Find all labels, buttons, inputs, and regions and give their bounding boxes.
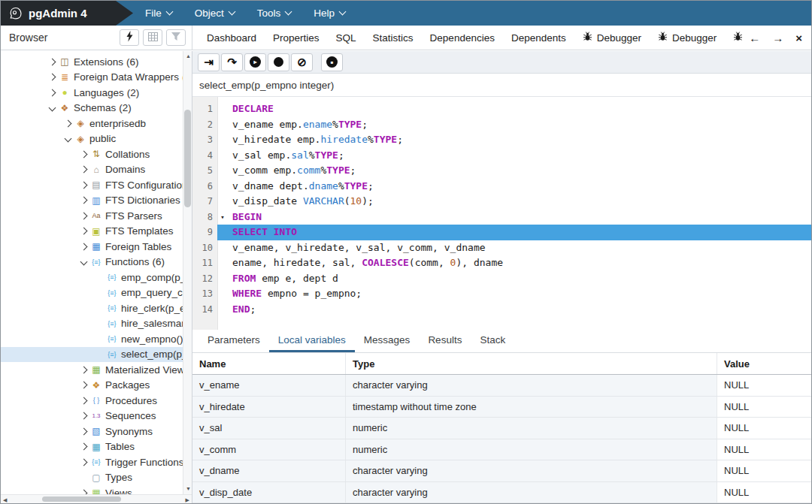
chevron-right-icon[interactable] (77, 183, 89, 188)
tree-item-hire-salesman[interactable]: {≡}hire_salesman( (1, 316, 183, 332)
line-number[interactable]: 5 (192, 163, 217, 179)
line-number[interactable]: 12 (192, 271, 217, 287)
tree-item-emp-query-cal[interactable]: {≡}emp_query_cal (1, 285, 183, 301)
tree-item-foreign-tables[interactable]: ▦Foreign Tables (1, 239, 183, 255)
tab-scroll-forward-icon[interactable]: → (772, 32, 783, 44)
tab-dependencies[interactable]: Dependencies (422, 26, 503, 50)
tree-item-domains[interactable]: ⌂Domains (1, 162, 183, 178)
chevron-right-icon[interactable] (77, 367, 89, 373)
editor-line-6[interactable]: 6v_dname dept.dname%TYPE; (192, 179, 811, 195)
tree-item-fts-dictionaries[interactable]: ▥FTS Dictionaries (1, 193, 183, 209)
tree-item-trigger-functions[interactable]: {≡}Trigger Functions (1, 454, 183, 470)
step-into-button[interactable]: ⇥ (198, 53, 220, 71)
chevron-right-icon[interactable] (46, 59, 58, 65)
scroll-left-icon[interactable]: ◀ (3, 496, 7, 503)
chevron-down-icon[interactable] (46, 105, 58, 110)
tree-item-languages[interactable]: ●Languages(2) (1, 85, 183, 101)
tab-scroll-back-icon[interactable]: ← (749, 32, 760, 44)
tree-item-hire-clerk-p-en[interactable]: {≡}hire_clerk(p_en (1, 300, 183, 316)
fold-marker-icon[interactable]: ▾ (217, 210, 228, 225)
chevron-right-icon[interactable] (46, 74, 58, 80)
chevron-right-icon[interactable] (77, 460, 89, 465)
editor-line-13[interactable]: 13WHERE empno = p_empno; (192, 286, 811, 302)
variable-value-cell[interactable]: NULL (717, 375, 811, 396)
tab-debugger-1[interactable]: Debugger (574, 26, 650, 50)
vertical-scroll-thumb[interactable] (184, 110, 191, 207)
chevron-right-icon[interactable] (77, 228, 89, 234)
horizontal-scroll-thumb[interactable] (42, 496, 121, 502)
variable-row-v_dname[interactable]: v_dnamecharacter varyingNULL (192, 460, 811, 482)
chevron-right-icon[interactable] (77, 413, 89, 418)
line-number[interactable]: 14 (192, 302, 217, 318)
tree-item-procedures[interactable]: { }Procedures (1, 393, 183, 409)
bottom-tab-parameters[interactable]: Parameters (198, 330, 269, 352)
line-number[interactable]: 8 (192, 210, 217, 225)
chevron-right-icon[interactable] (77, 398, 89, 403)
chevron-right-icon[interactable] (77, 429, 89, 434)
sidebar-horizontal-scrollbar[interactable]: ◀ ▶ (1, 494, 192, 503)
bottom-tab-stack[interactable]: Stack (471, 330, 514, 352)
chevron-right-icon[interactable] (77, 382, 89, 388)
variable-row-v_ename[interactable]: v_enamecharacter varyingNULL (192, 375, 811, 397)
line-number[interactable]: 3 (192, 132, 217, 148)
menu-tools[interactable]: Tools (257, 8, 292, 19)
line-number[interactable]: 10 (192, 240, 217, 256)
tree-item-extensions[interactable]: ◫Extensions(6) (1, 54, 183, 70)
tree-item-new-empno[interactable]: {≡}new_empno() (1, 331, 183, 347)
chevron-right-icon[interactable] (77, 213, 89, 219)
scroll-down-icon[interactable]: ▼ (186, 485, 191, 493)
editor-line-11[interactable]: 11ename, hiredate, sal, COALESCE(comm, 0… (192, 255, 811, 271)
tree-item-fts-parsers[interactable]: AaFTS Parsers (1, 208, 183, 224)
variable-value-cell[interactable]: NULL (717, 460, 811, 481)
editor-line-5[interactable]: 5v_comm emp.comm%TYPE; (192, 163, 811, 179)
bottom-tab-local-variables[interactable]: Local variables (269, 330, 355, 352)
chevron-right-icon[interactable] (77, 167, 89, 172)
variable-row-v_hiredate[interactable]: v_hiredatetimestamp without time zoneNUL… (192, 397, 811, 418)
bottom-tab-results[interactable]: Results (419, 330, 471, 352)
tab-dependents[interactable]: Dependents (503, 26, 574, 50)
tree-item-sequences[interactable]: 1.3Sequences (1, 409, 183, 424)
variable-value-cell[interactable]: NULL (717, 397, 811, 418)
chevron-down-icon[interactable] (77, 259, 89, 264)
editor-line-14[interactable]: 14END; (192, 302, 811, 318)
sidebar-vertical-scrollbar[interactable]: ▲ ▼ (183, 51, 192, 494)
scroll-right-icon[interactable]: ▶ (186, 496, 189, 503)
tree-item-fts-configurations[interactable]: ▤FTS Configurations (1, 177, 183, 193)
bottom-tab-messages[interactable]: Messages (355, 330, 420, 352)
line-number[interactable]: 9 (192, 225, 217, 240)
tree-item-collations[interactable]: ⇅Collations (1, 146, 183, 162)
tree-item-tables[interactable]: ▦Tables (1, 439, 183, 455)
chevron-right-icon[interactable] (77, 152, 89, 157)
code-editor[interactable]: 1DECLARE2v_ename emp.ename%TYPE;3v_hired… (192, 97, 811, 330)
line-number[interactable]: 13 (192, 286, 217, 302)
editor-line-9[interactable]: 9SELECT INTO (192, 225, 811, 240)
chevron-right-icon[interactable] (77, 244, 89, 249)
tab-statistics[interactable]: Statistics (365, 26, 422, 50)
variable-row-v_disp_date[interactable]: v_disp_datecharacter varyingNULL (192, 482, 811, 504)
editor-line-3[interactable]: 3v_hiredate emp.hiredate%TYPE; (192, 132, 811, 148)
tree-item-public[interactable]: ◈public (1, 131, 183, 147)
menu-file[interactable]: File (145, 8, 172, 19)
line-number[interactable]: 2 (192, 117, 217, 133)
variable-value-cell[interactable]: NULL (717, 482, 811, 503)
filter-button[interactable] (166, 29, 186, 46)
line-number[interactable]: 7 (192, 194, 217, 210)
tree-item-enterprisedb[interactable]: ◈enterprisedb (1, 116, 183, 131)
chevron-right-icon[interactable] (46, 90, 58, 95)
tab-dashboard[interactable]: Dashboard (198, 26, 265, 50)
scroll-up-icon[interactable]: ▲ (186, 53, 191, 60)
tab-sql[interactable]: SQL (328, 26, 365, 50)
editor-line-2[interactable]: 2v_ename emp.ename%TYPE; (192, 117, 811, 133)
variable-value-cell[interactable]: NULL (717, 418, 811, 439)
stop-button[interactable]: ■ (321, 53, 343, 71)
tree-item-schemas[interactable]: ❖Schemas(2) (1, 101, 183, 116)
tree-item-synonyms[interactable]: ▧Synonyms (1, 424, 183, 439)
tree-item-fts-templates[interactable]: ▣FTS Templates (1, 224, 183, 240)
tree-item-types[interactable]: ▢Types (1, 470, 183, 486)
variable-value-cell[interactable]: NULL (717, 439, 811, 460)
chevron-right-icon[interactable] (77, 444, 89, 449)
variable-row-v_sal[interactable]: v_salnumericNULL (192, 418, 811, 439)
editor-line-10[interactable]: 10v_ename, v_hiredate, v_sal, v_comm, v_… (192, 240, 811, 256)
chevron-right-icon[interactable] (77, 198, 89, 203)
chevron-right-icon[interactable] (62, 121, 74, 126)
